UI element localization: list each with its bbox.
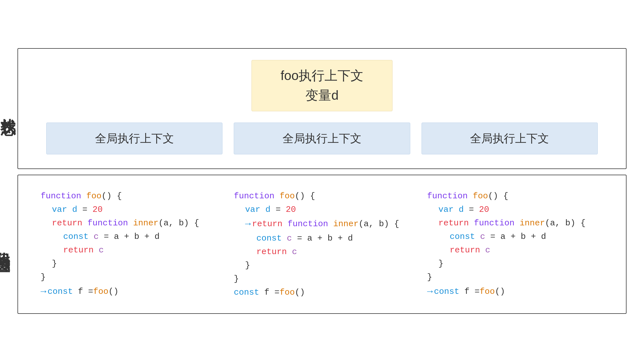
code-column-3: function foo() { var d = 20 return funct… bbox=[427, 189, 603, 299]
arrow-1: → bbox=[41, 284, 46, 299]
code-line-1-5: return c bbox=[41, 243, 217, 257]
code-line-1-4: const c = a + b + d bbox=[41, 230, 217, 243]
code-line-3-4: const c = a + b + d bbox=[427, 230, 603, 243]
foo-context-subtitle: 变量d bbox=[274, 87, 370, 104]
foo-context-box: foo执行上下文 变量d bbox=[252, 60, 392, 111]
global-context-3: 全局执行上下文 bbox=[422, 123, 598, 154]
global-context-label-1: 全局执行上下文 bbox=[95, 132, 174, 145]
global-context-1: 全局执行上下文 bbox=[46, 123, 222, 154]
top-section-label: 找状态 bbox=[0, 107, 18, 110]
kw-function-1: function bbox=[41, 189, 81, 203]
code-line-2-6: } bbox=[234, 259, 410, 272]
code-line-1-3: return function inner(a, b) { bbox=[41, 216, 217, 230]
bottom-section-label: 代码执行位置 bbox=[0, 241, 12, 248]
code-line-2-4: const c = a + b + d bbox=[234, 232, 410, 245]
code-line-3-const: →const f = foo() bbox=[427, 284, 603, 299]
code-line-3-7: } bbox=[427, 270, 603, 284]
arrow-2: → bbox=[245, 216, 251, 232]
code-line-1-7: } bbox=[41, 270, 217, 284]
code-line-2-2: var d = 20 bbox=[234, 203, 410, 216]
code-line-3-1: function foo() { bbox=[427, 189, 603, 203]
code-line-3-6: } bbox=[427, 257, 603, 270]
global-context-2: 全局执行上下文 bbox=[234, 123, 410, 154]
foo-context-title: foo执行上下文 bbox=[274, 67, 370, 85]
global-context-label-3: 全局执行上下文 bbox=[470, 132, 549, 145]
code-line-1-6: } bbox=[41, 257, 217, 270]
code-line-1-1: function foo() { bbox=[41, 189, 217, 203]
code-line-2-7: } bbox=[234, 272, 410, 286]
code-line-1-2: var d = 20 bbox=[41, 203, 217, 216]
global-context-label-2: 全局执行上下文 bbox=[283, 132, 361, 145]
arrow-3: → bbox=[427, 284, 433, 299]
code-line-2-const: const f = foo() bbox=[234, 286, 410, 299]
top-section: 找状态 foo执行上下文 变量d 全局执行上下文 全局执行上下文 全局执行上下文 bbox=[17, 48, 627, 169]
code-line-1-const: →const f = foo() bbox=[41, 284, 217, 299]
code-line-3-2: var d = 20 bbox=[427, 203, 603, 216]
main-container: 找状态 foo执行上下文 变量d 全局执行上下文 全局执行上下文 全局执行上下文… bbox=[17, 48, 627, 314]
code-line-3-3: return function inner(a, b) { bbox=[427, 216, 603, 230]
bottom-section: 代码执行位置 function foo() { var d = 20 retur… bbox=[17, 175, 627, 314]
code-line-2-1: function foo() { bbox=[234, 189, 410, 203]
code-line-3-5: return c bbox=[427, 243, 603, 257]
code-columns: function foo() { var d = 20 return funct… bbox=[41, 189, 603, 299]
global-contexts: 全局执行上下文 全局执行上下文 全局执行上下文 bbox=[41, 123, 603, 154]
code-column-1: function foo() { var d = 20 return funct… bbox=[41, 189, 217, 299]
name-foo-1: foo bbox=[86, 189, 102, 203]
code-column-2: function foo() { var d = 20 →return func… bbox=[234, 189, 410, 299]
code-line-2-3: →return function inner(a, b) { bbox=[234, 216, 410, 232]
code-line-2-5: return c bbox=[234, 245, 410, 259]
